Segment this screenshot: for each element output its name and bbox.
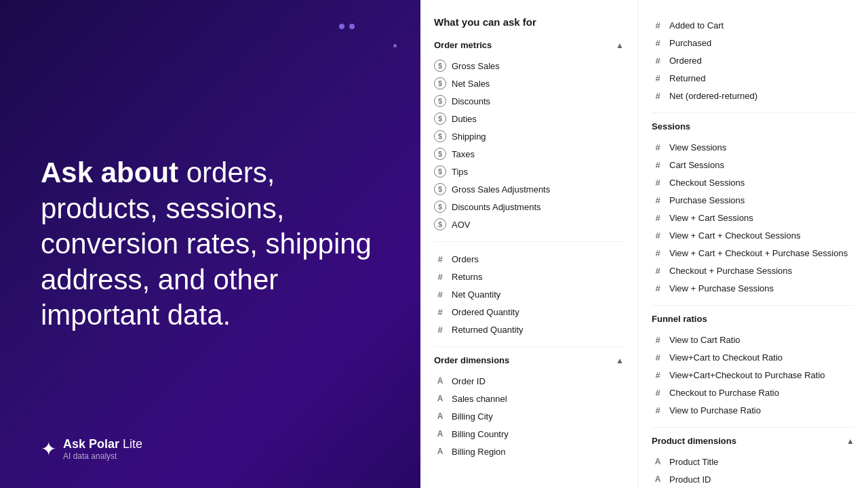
hash-icon: # — [652, 176, 664, 188]
branding: ✦ Ask Polar Lite AI data analyst — [41, 437, 142, 461]
divider — [652, 427, 854, 428]
order-dimensions-chevron: ▲ — [616, 356, 624, 365]
list-item[interactable]: $ Taxes — [434, 145, 624, 163]
list-item[interactable]: $ Gross Sales Adjustments — [434, 180, 624, 198]
hash-icon: # — [434, 253, 446, 265]
dollar-icon: $ — [434, 95, 446, 107]
a-icon: A — [652, 455, 664, 468]
dollar-icon: $ — [434, 148, 446, 160]
list-item[interactable]: # View + Cart Sessions — [652, 209, 854, 226]
list-item[interactable]: A Billing Region — [434, 443, 624, 460]
divider — [652, 305, 854, 306]
hash-icon: # — [652, 54, 664, 66]
product-dimensions-chevron: ▲ — [846, 436, 854, 446]
list-item[interactable]: A Order ID — [434, 372, 624, 390]
hash-icon: # — [652, 282, 664, 294]
order-metrics-list: $ Gross Sales $ Net Sales $ Discounts $ … — [434, 57, 624, 233]
list-item[interactable]: # View+Cart to Checkout Ratio — [652, 348, 854, 366]
list-item[interactable]: $ Discounts Adjustments — [434, 198, 624, 216]
dollar-icon: $ — [434, 60, 446, 72]
panel-container: What you can ask for Order metrics ▲ $ G… — [420, 0, 868, 488]
order-dimensions-title: Order dimensions — [434, 355, 509, 365]
list-item[interactable]: # Ordered — [652, 52, 854, 69]
hash-icon: # — [652, 333, 664, 346]
list-item[interactable]: # Checkout Sessions — [652, 174, 854, 191]
list-item[interactable]: # View + Cart + Checkout + Purchase Sess… — [652, 244, 854, 262]
dollar-icon: $ — [434, 77, 446, 89]
dollar-icon: $ — [434, 130, 446, 142]
list-item[interactable]: # View + Cart + Checkout Sessions — [652, 226, 854, 244]
list-item[interactable]: # Purchase Sessions — [652, 191, 854, 209]
hash-icon: # — [434, 288, 446, 300]
hash-icon: # — [652, 351, 664, 363]
order-metrics-header[interactable]: Order metrics ▲ — [434, 40, 624, 50]
list-item[interactable]: $ Discounts — [434, 92, 624, 110]
list-item[interactable]: $ Gross Sales — [434, 57, 624, 75]
hash-icon: # — [652, 211, 664, 224]
a-icon: A — [434, 375, 446, 387]
dollar-icon: $ — [434, 218, 446, 230]
list-item[interactable]: # Returned — [652, 69, 854, 87]
decorative-dot-3 — [393, 44, 397, 47]
list-item[interactable]: # Checkout to Purchase Ratio — [652, 384, 854, 401]
order-metrics-chevron: ▲ — [616, 41, 624, 50]
list-item[interactable]: # Added to Cart — [652, 16, 854, 34]
list-item[interactable]: # Checkout + Purchase Sessions — [652, 262, 854, 279]
brand-text: Ask Polar Lite AI data analyst — [63, 437, 142, 461]
list-item[interactable]: # Cart Sessions — [652, 156, 854, 174]
hash-icon: # — [652, 264, 664, 277]
list-item[interactable]: # View to Cart Ratio — [652, 331, 854, 348]
list-item[interactable]: # View to Purchase Ratio — [652, 401, 854, 419]
order-dimensions-list: A Order ID A Sales channel A Billing Cit… — [434, 372, 624, 460]
list-item[interactable]: # Purchased — [652, 34, 854, 52]
hash-icon: # — [652, 141, 664, 153]
product-dimensions-list: A Product Title A Product ID A Product T… — [652, 453, 854, 488]
list-item[interactable]: # View Sessions — [652, 138, 854, 156]
list-item[interactable]: # Returned Quantity — [434, 321, 624, 338]
list-item[interactable]: A Product ID — [652, 470, 854, 488]
list-item[interactable]: A Sales channel — [434, 390, 624, 407]
decorative-dot-1 — [339, 24, 344, 29]
dollar-icon: $ — [434, 201, 446, 213]
list-item[interactable]: $ Shipping — [434, 127, 624, 145]
hash-icon: # — [652, 229, 664, 241]
panel-left[interactable]: What you can ask for Order metrics ▲ $ G… — [420, 0, 637, 488]
product-dimensions-header[interactable]: Product dimensions ▲ — [652, 436, 854, 446]
sessions-title: Sessions — [652, 121, 690, 131]
list-item[interactable]: # Returns — [434, 268, 624, 285]
hash-icon: # — [652, 19, 664, 31]
list-item[interactable]: # View+Cart+Checkout to Purchase Ratio — [652, 366, 854, 384]
order-dimensions-header[interactable]: Order dimensions ▲ — [434, 355, 624, 365]
hero-section: Ask about orders, products, sessions, co… — [41, 155, 393, 333]
count-metrics-list: # Orders # Returns # Net Quantity # Orde… — [434, 250, 624, 338]
a-icon: A — [434, 392, 446, 405]
hash-icon: # — [652, 247, 664, 259]
list-item[interactable]: # Orders — [434, 250, 624, 268]
sessions-list: # View Sessions # Cart Sessions # Checko… — [652, 138, 854, 297]
panel-right[interactable]: # Added to Cart # Purchased # Ordered # … — [637, 0, 868, 488]
hash-icon: # — [652, 37, 664, 49]
funnel-ratios-title: Funnel ratios — [652, 314, 707, 324]
hash-icon: # — [434, 323, 446, 336]
list-item[interactable]: # Net (ordered-returned) — [652, 87, 854, 104]
decorative-dot-2 — [349, 24, 355, 29]
divider — [434, 241, 624, 242]
list-item[interactable]: $ Duties — [434, 110, 624, 127]
hash-icon: # — [652, 159, 664, 171]
list-item[interactable]: # Ordered Quantity — [434, 303, 624, 321]
list-item[interactable]: A Product Title — [652, 453, 854, 470]
dollar-icon: $ — [434, 165, 446, 178]
list-item[interactable]: $ AOV — [434, 216, 624, 233]
brand-icon: ✦ — [41, 440, 56, 459]
hash-icon: # — [652, 72, 664, 84]
list-item[interactable]: # View + Purchase Sessions — [652, 279, 854, 297]
divider — [652, 113, 854, 113]
list-item[interactable]: A Billing Country — [434, 425, 624, 443]
divider — [434, 346, 624, 347]
sessions-header: Sessions — [652, 121, 854, 131]
list-item[interactable]: $ Tips — [434, 163, 624, 180]
list-item[interactable]: $ Net Sales — [434, 75, 624, 92]
list-item[interactable]: A Billing City — [434, 407, 624, 425]
list-item[interactable]: # Net Quantity — [434, 285, 624, 303]
hash-icon: # — [434, 306, 446, 318]
